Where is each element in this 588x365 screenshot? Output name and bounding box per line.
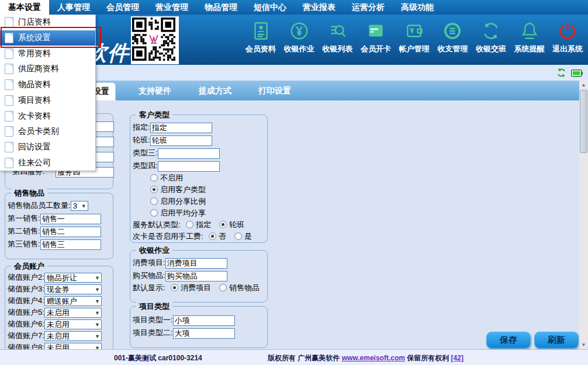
buy-goods-input[interactable] <box>165 271 227 281</box>
radio-label: 销售物品 <box>229 283 260 292</box>
save-button[interactable]: 保存 <box>486 332 531 349</box>
project-type2-input[interactable] <box>173 328 235 339</box>
tab-hardware[interactable]: 支持硬件 <box>132 81 178 100</box>
sales-input-2[interactable] <box>40 227 101 237</box>
sales-input-3[interactable] <box>40 239 101 250</box>
menu-item-reports[interactable]: 营业报表 <box>295 0 344 15</box>
dropdown-item-partner-company[interactable]: 往来公司 <box>0 155 95 171</box>
menu-item-business[interactable]: 营业管理 <box>147 0 196 15</box>
account-select-4[interactable]: 赠送账户▼ <box>44 296 102 306</box>
menu-item-members[interactable]: 会员管理 <box>98 0 147 15</box>
radio-service-shift[interactable] <box>219 221 227 228</box>
radio-label: 是 <box>244 232 252 241</box>
copyright-text: 版权所有 广州赢美软件 www.emeisoft.com 保留所有权利 [42] <box>268 353 464 363</box>
refresh-button[interactable]: 刷新 <box>534 332 579 349</box>
vertical-scrollbar[interactable]: ▲ ▼ <box>579 81 588 349</box>
scrollbar-thumb[interactable] <box>580 90 587 153</box>
dropdown-item-times-card-data[interactable]: 次卡资料 <box>0 108 95 124</box>
menu-item-sms[interactable]: 短信中心 <box>245 0 295 15</box>
radio-display-consume[interactable] <box>171 284 178 291</box>
tab-print[interactable]: 打印设置 <box>251 81 298 100</box>
exit-system-button[interactable]: 退出系统 <box>549 19 587 61</box>
customer-type-fieldset: 客户类型 指定: 轮班: 类型三: 类型四: 不启用 启用客户类型 启用分享比例… <box>130 114 268 243</box>
dropdown-item-store-data[interactable]: 门店资料 <box>0 15 95 30</box>
power-icon <box>557 20 578 41</box>
cashier-list-button[interactable]: 收银列表 <box>318 19 357 61</box>
radio-label: 不启用 <box>160 173 183 182</box>
sales-legend: 销售物品 <box>11 188 47 199</box>
dropdown-item-common-data[interactable]: 常用资料 <box>0 46 95 61</box>
type3-input[interactable] <box>158 148 220 159</box>
version-link[interactable]: [42] <box>451 354 464 362</box>
dropdown-item-revisit-settings[interactable]: 回访设置 <box>0 140 95 155</box>
account-select-2[interactable]: 物品折让▼ <box>44 273 102 283</box>
battery-icon[interactable] <box>571 69 583 79</box>
sales-input-1[interactable] <box>40 214 101 224</box>
radio-enable-customer-type[interactable] <box>150 186 158 193</box>
account-select-3[interactable]: 现金券▼ <box>44 284 102 294</box>
project-type1-input[interactable] <box>173 315 235 326</box>
type4-input[interactable] <box>158 161 220 172</box>
yen-circle-icon <box>289 20 310 41</box>
dropdown-item-supplier-data[interactable]: 供应商资料 <box>0 61 95 77</box>
account-select-8[interactable]: 未启用▼ <box>44 343 102 349</box>
consume-item-input[interactable] <box>165 258 227 269</box>
accounts-legend: 会员账户 <box>11 261 47 272</box>
radio-label: 指定 <box>196 220 211 229</box>
scroll-down-arrow[interactable]: ▼ <box>579 340 588 349</box>
radio-handfee-no[interactable] <box>209 232 216 240</box>
member-data-button[interactable]: 会员资料 <box>241 19 280 61</box>
toolbar-button-label: 会员资料 <box>245 44 276 54</box>
chevron-down-icon: ▼ <box>95 296 100 307</box>
income-expense-button[interactable]: 收支管理 <box>433 19 472 61</box>
menubar: 基本设置 人事管理 会员管理 营业管理 物品管理 短信中心 营业报表 运营分析 … <box>0 0 588 15</box>
tab-commission[interactable]: 提成方式 <box>192 81 238 100</box>
radio-enable-share-ratio[interactable] <box>150 197 158 205</box>
radio-label: 启用客户类型 <box>160 185 206 194</box>
document-icon <box>5 158 13 168</box>
type1-input[interactable] <box>150 123 212 133</box>
refresh-icon[interactable] <box>556 68 566 80</box>
sales-count-select[interactable]: 3▼ <box>71 201 88 211</box>
radio-disable[interactable] <box>150 174 158 182</box>
toolbar-button-label: 退出系统 <box>552 44 583 54</box>
website-link[interactable]: www.emeisoft.com <box>342 354 405 362</box>
radio-label: 启用平均分享 <box>160 208 206 217</box>
open-card-icon <box>365 20 386 41</box>
sync-icon <box>480 20 501 41</box>
toolbar-button-label: 帐户管理 <box>399 44 430 54</box>
type2-input[interactable] <box>150 135 212 146</box>
list-circle-icon <box>442 20 463 41</box>
account-select-5[interactable]: 未启用▼ <box>44 308 102 318</box>
dropdown-item-project-data[interactable]: 项目资料 <box>0 93 95 109</box>
system-remind-button[interactable]: 系统提醒 <box>510 19 549 61</box>
menu-item-hr[interactable]: 人事管理 <box>49 0 98 15</box>
radio-display-sales[interactable] <box>219 284 227 291</box>
radio-enable-average-share[interactable] <box>150 209 158 217</box>
cashier-work-button[interactable]: 收银作业 <box>280 19 319 61</box>
dropdown-item-goods-data[interactable]: 物品资料 <box>0 77 95 93</box>
account-select-7[interactable]: 未启用▼ <box>44 331 102 341</box>
scroll-up-arrow[interactable]: ▲ <box>579 81 588 89</box>
document-icon <box>5 64 13 74</box>
cashier-legend: 收银作业 <box>136 245 172 256</box>
member-open-card-button[interactable]: 会员开卡 <box>357 19 395 61</box>
menu-item-advanced[interactable]: 高级功能 <box>393 0 442 15</box>
account-label: 储值账户5: <box>8 308 44 317</box>
dropdown-item-member-card-type[interactable]: 会员卡类别 <box>0 124 95 140</box>
field-label: 类型四: <box>133 161 158 170</box>
account-select-6[interactable]: 未启用▼ <box>44 319 102 329</box>
chevron-down-icon: ▼ <box>95 342 100 349</box>
menu-item-analysis[interactable]: 运营分析 <box>344 0 393 15</box>
handfee-label: 次卡是否启用手工费: <box>133 232 203 241</box>
shift-change-button[interactable]: 收银交班 <box>472 19 510 61</box>
radio-service-assigned[interactable] <box>186 221 193 228</box>
radio-handfee-yes[interactable] <box>234 232 242 240</box>
account-manage-button[interactable]: 帐户管理 <box>395 19 434 61</box>
menu-item-basic-settings[interactable]: 基本设置 <box>0 0 49 15</box>
dropdown-item-system-settings[interactable]: 系统设置 <box>0 30 95 46</box>
project-type-fieldset: 项目类型 项目类型一: 项目类型二: <box>130 306 268 348</box>
app-window: 基本设置 人事管理 会员管理 营业管理 物品管理 短信中心 营业报表 运营分析 … <box>0 0 588 365</box>
menu-item-goods[interactable]: 物品管理 <box>196 0 245 15</box>
chevron-down-icon: ▼ <box>95 307 100 319</box>
